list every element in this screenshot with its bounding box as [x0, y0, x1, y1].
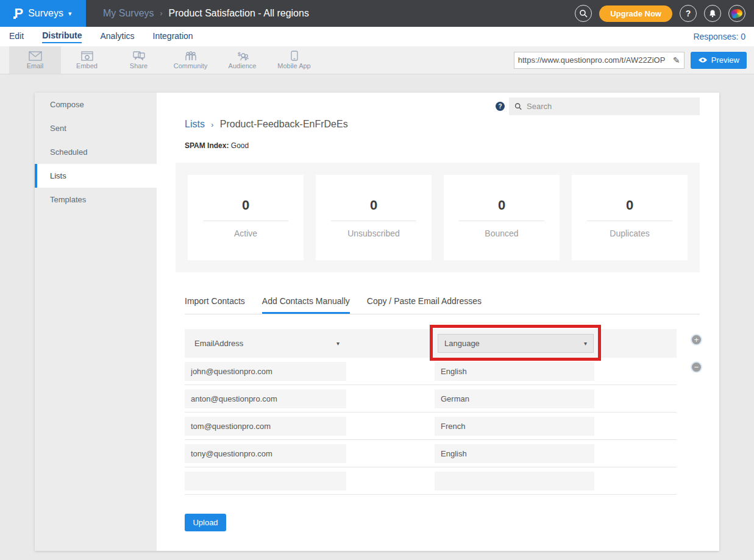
contact-grid-header: EmailAddress ▾ Language ▾ — [185, 329, 677, 358]
product-name: Surveys — [28, 8, 63, 19]
breadcrumb-separator-icon: › — [211, 121, 213, 129]
toolbar-community[interactable]: Community — [165, 46, 216, 74]
share-icon — [133, 51, 145, 61]
stat-label: Active — [234, 229, 257, 238]
email-field[interactable] — [185, 389, 346, 408]
tab-add-contacts-manually[interactable]: Add Contacts Manually — [262, 292, 350, 314]
contact-row — [185, 440, 677, 467]
language-field[interactable] — [435, 417, 594, 436]
sidebar-item-lists[interactable]: Lists — [35, 164, 157, 188]
edit-url-icon[interactable]: ✎ — [673, 55, 680, 65]
contact-row — [185, 385, 677, 413]
email-field[interactable] — [185, 417, 346, 436]
stat-card-unsubscribed: 0 Unsubscribed — [316, 175, 432, 260]
stat-card-duplicates: 0 Duplicates — [572, 175, 688, 260]
sidebar-item-sent[interactable]: Sent — [35, 116, 157, 140]
list-breadcrumb: Lists › Product-Feedback-EnFrDeEs — [185, 119, 348, 130]
tab-copy-paste-email-addresses[interactable]: Copy / Paste Email Addresses — [367, 292, 482, 314]
app-logo-menu[interactable]: P Surveys ▾ — [0, 0, 86, 27]
main-panel: Compose Sent Scheduled Lists Templates ?… — [35, 93, 719, 551]
divider — [459, 221, 544, 221]
sidebar-item-scheduled[interactable]: Scheduled — [35, 140, 157, 164]
language-field[interactable] — [435, 444, 594, 463]
stat-value: 0 — [626, 197, 633, 213]
stat-label: Bounced — [485, 229, 518, 238]
nav-distribute[interactable]: Distribute — [42, 30, 82, 43]
list-name: Product-Feedback-EnFrDeEs — [220, 119, 348, 129]
nav-integration[interactable]: Integration — [153, 31, 193, 43]
eye-icon — [698, 57, 708, 63]
audience-icon: $ — [236, 51, 249, 61]
spam-index: SPAM Index: Good — [185, 141, 249, 150]
toolbar-embed[interactable]: Embed — [61, 46, 113, 74]
top-bar: P Surveys ▾ My Surveys › Product Satisfa… — [0, 0, 754, 27]
breadcrumb: My Surveys › Product Satisfaction - All … — [103, 8, 309, 19]
mobile-app-icon — [291, 51, 298, 61]
language-column-dropdown[interactable]: Language ▾ — [438, 334, 594, 353]
email-field[interactable] — [185, 444, 346, 463]
sidebar-item-compose[interactable]: Compose — [35, 93, 157, 116]
breadcrumb-lists-link[interactable]: Lists — [185, 119, 205, 129]
stat-value: 0 — [370, 197, 377, 213]
toolbar-mobile-app[interactable]: Mobile App — [268, 46, 320, 74]
search-input[interactable] — [527, 102, 694, 111]
contact-row — [185, 358, 677, 385]
sidebar-item-templates[interactable]: Templates — [35, 188, 157, 211]
toolbar-email[interactable]: Email — [9, 46, 61, 74]
remove-row-button[interactable]: − — [691, 361, 702, 373]
bell-icon — [708, 9, 717, 18]
upgrade-now-button[interactable]: Upgrade Now — [599, 5, 672, 22]
nav-edit[interactable]: Edit — [9, 31, 24, 43]
divider — [587, 221, 672, 221]
preview-button[interactable]: Preview — [691, 52, 747, 69]
questionpro-logo-icon: P — [14, 7, 23, 20]
tab-import-contacts[interactable]: Import Contacts — [185, 292, 245, 314]
email-sidebar: Compose Sent Scheduled Lists Templates — [35, 93, 157, 551]
toolbar-share[interactable]: Share — [113, 46, 165, 74]
upload-button[interactable]: Upload — [185, 514, 226, 531]
chevron-down-icon: ▾ — [336, 340, 340, 347]
stat-label: Duplicates — [610, 229, 649, 238]
language-field[interactable] — [435, 389, 594, 408]
toolbar-audience[interactable]: $ Audience — [216, 46, 268, 74]
distribute-toolbar: Email Embed Share Community $ Audience M… — [0, 46, 754, 74]
spam-index-value: Good — [231, 141, 249, 150]
avatar-logo-icon — [730, 8, 743, 19]
community-icon — [184, 51, 197, 61]
survey-nav: Edit Distribute Analytics Integration Re… — [0, 27, 754, 46]
topbar-actions: Upgrade Now ? — [575, 5, 754, 22]
survey-url-area: https://www.questionpro.com/t/AW22ZiOP ✎… — [514, 46, 754, 74]
contacts-tabs: Import Contacts Add Contacts Manually Co… — [185, 292, 700, 314]
contact-row — [185, 413, 677, 440]
list-search-box[interactable] — [509, 97, 700, 115]
contact-row — [185, 467, 677, 495]
email-field[interactable] — [185, 362, 346, 381]
add-row-button[interactable]: + — [691, 334, 702, 346]
chevron-down-icon: ▾ — [68, 10, 72, 18]
survey-url-box[interactable]: https://www.questionpro.com/t/AW22ZiOP ✎ — [514, 52, 685, 69]
breadcrumb-my-surveys[interactable]: My Surveys — [103, 8, 154, 19]
survey-url[interactable]: https://www.questionpro.com/t/AW22ZiOP — [518, 55, 673, 65]
svg-text:$: $ — [238, 51, 241, 57]
language-field[interactable] — [435, 472, 594, 491]
help-icon[interactable]: ? — [496, 102, 505, 111]
search-button[interactable] — [575, 5, 592, 22]
stat-value: 0 — [498, 197, 505, 213]
email-column-dropdown[interactable]: EmailAddress ▾ — [188, 334, 346, 353]
chevron-down-icon: ▾ — [584, 340, 587, 347]
email-icon — [29, 51, 42, 61]
stat-label: Unsubscribed — [347, 229, 400, 238]
stat-card-bounced: 0 Bounced — [444, 175, 560, 260]
language-field[interactable] — [435, 362, 594, 381]
email-field[interactable] — [185, 472, 346, 491]
help-button[interactable]: ? — [680, 5, 697, 22]
divider — [331, 221, 416, 221]
search-icon — [579, 9, 588, 18]
nav-analytics[interactable]: Analytics — [100, 31, 134, 43]
lists-content: ? Lists › Product-Feedback-EnFrDeEs SPAM… — [157, 93, 719, 551]
survey-title: Product Satisfaction - All regions — [169, 8, 309, 19]
question-mark-icon: ? — [686, 9, 691, 18]
notifications-button[interactable] — [704, 5, 721, 22]
responses-count[interactable]: Responses: 0 — [693, 32, 745, 41]
user-avatar[interactable] — [728, 5, 745, 22]
